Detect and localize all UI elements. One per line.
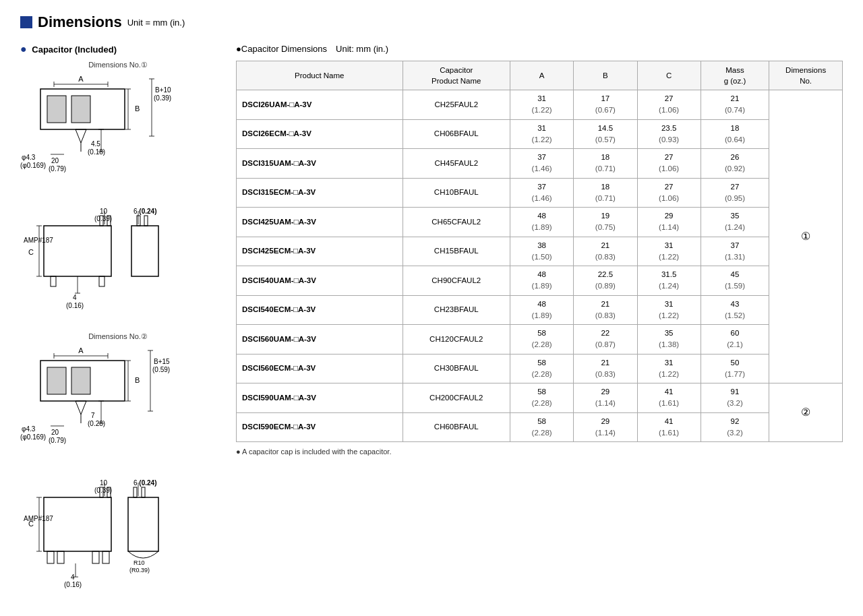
svg-text:(0.18): (0.18) <box>88 148 105 156</box>
svg-rect-44 <box>137 216 140 226</box>
cell-product-name: DSCI560ECM-□A-3V <box>237 354 403 383</box>
svg-text:B: B <box>135 376 140 384</box>
table-header-label: ●Capacitor Dimensions Unit: mm (in.) <box>236 43 843 55</box>
cell-c: 35(1.38) <box>637 325 701 355</box>
cell-mass: 60(2.1) <box>701 325 769 355</box>
col-header-c: C <box>637 61 701 90</box>
cell-mass: 91(3.2) <box>701 383 769 413</box>
cell-c: 41(1.61) <box>637 412 701 442</box>
capacitor-section-title: ● Capacitor (Included) <box>20 43 216 55</box>
svg-rect-84 <box>44 497 111 551</box>
cell-mass: 45(1.59) <box>701 266 769 296</box>
cell-b: 18(0.71) <box>574 149 637 179</box>
cell-product-name: DSCI315ECM-□A-3V <box>237 178 403 208</box>
cell-c: 31(1.22) <box>637 354 701 383</box>
cell-cap-product: CH90CFAUL2 <box>403 266 510 296</box>
cell-c: 27(1.06) <box>637 178 701 208</box>
svg-rect-35 <box>51 276 56 286</box>
table-row: DSCI425UAM-□A-3VCH65CFAUL248(1.89)19(0.7… <box>237 208 843 237</box>
svg-rect-95 <box>128 497 158 551</box>
table-row: DSCI560UAM-□A-3VCH120CFAUL258(2.28)22(0.… <box>237 325 843 355</box>
svg-text:4.5: 4.5 <box>91 140 100 148</box>
bullet-icon: ● <box>20 43 27 55</box>
svg-text:4: 4 <box>71 574 75 581</box>
cell-c: 29(1.14) <box>637 208 701 237</box>
svg-rect-43 <box>131 226 158 276</box>
svg-text:φ4.3: φ4.3 <box>22 154 36 161</box>
svg-text:10: 10 <box>100 208 108 215</box>
svg-text:(0.28): (0.28) <box>88 420 105 427</box>
svg-text:(0.16): (0.16) <box>64 581 82 588</box>
cell-b: 21(0.83) <box>574 295 637 325</box>
amp187-svg1: AMP#187 10 (0.39) 6 (0.24) C <box>20 206 209 317</box>
cell-a: 31(1.22) <box>510 90 574 120</box>
cell-product-name: DSCI425ECM-□A-3V <box>237 237 403 266</box>
svg-text:(0.59): (0.59) <box>152 366 170 373</box>
svg-rect-36 <box>99 276 105 286</box>
diagram1-label: Dimensions No.① <box>20 61 216 69</box>
cell-product-name: DSCI540ECM-□A-3V <box>237 295 403 325</box>
cell-c: 27(1.06) <box>637 149 701 179</box>
cell-a: 37(1.46) <box>510 149 574 179</box>
cell-mass: 27(0.95) <box>701 178 769 208</box>
svg-text:6 (0.24): 6 (0.24) <box>133 479 156 487</box>
svg-rect-87 <box>92 551 99 563</box>
col-header-mass: Massg (oz.) <box>701 61 769 90</box>
cell-cap-product: CH06BFAUL <box>403 119 510 149</box>
main-layout: ● Capacitor (Included) Dimensions No.① A… <box>20 43 843 616</box>
svg-text:A: A <box>78 346 84 355</box>
table-row: DSCI315ECM-□A-3VCH10BFAUL37(1.46)18(0.71… <box>237 178 843 208</box>
cell-mass: 26(0.92) <box>701 149 769 179</box>
svg-text:10: 10 <box>100 479 108 487</box>
col-header-dim-no: DimensionsNo. <box>769 61 843 90</box>
svg-text:7: 7 <box>91 412 95 419</box>
table-row: DSCI26ECM-□A-3VCH06BFAUL31(1.22)14.5(0.5… <box>237 119 843 149</box>
svg-rect-6 <box>71 96 90 123</box>
cell-a: 58(2.28) <box>510 325 574 355</box>
cell-a: 48(1.89) <box>510 266 574 296</box>
amp187-svg2: AMP#187 10 (0.39) 6 (0.24) C <box>20 477 209 605</box>
table-row: DSCI540ECM-□A-3VCH23BFAUL48(1.89)21(0.83… <box>237 295 843 325</box>
svg-rect-99 <box>142 487 145 497</box>
svg-text:C: C <box>28 520 34 528</box>
table-row: DSCI425ECM-□A-3VCH15BFAUL38(1.50)21(0.83… <box>237 237 843 266</box>
cell-b: 19(0.75) <box>574 208 637 237</box>
cell-product-name: DSCI315UAM-□A-3V <box>237 149 403 179</box>
cell-product-name: DSCI560UAM-□A-3V <box>237 325 403 355</box>
cell-a: 48(1.89) <box>510 208 574 237</box>
svg-text:C: C <box>28 248 34 256</box>
cell-b: 17(0.67) <box>574 90 637 120</box>
svg-text:A: A <box>78 75 84 83</box>
cell-cap-product: CH15BFAUL <box>403 237 510 266</box>
cell-a: 38(1.50) <box>510 237 574 266</box>
cell-dim-no: ② <box>769 383 843 442</box>
blue-square-icon <box>20 16 32 28</box>
unit-label: Unit = mm (in.) <box>127 18 185 28</box>
cell-product-name: DSCI590ECM-□A-3V <box>237 412 403 442</box>
svg-text:(0.79): (0.79) <box>49 165 66 173</box>
svg-text:AMP#187: AMP#187 <box>24 237 53 244</box>
col-header-product-name: Product Name <box>237 61 403 90</box>
cell-cap-product: CH200CFAUL2 <box>403 383 510 413</box>
cell-b: 21(0.83) <box>574 237 637 266</box>
svg-text:(0.16): (0.16) <box>66 302 84 309</box>
svg-text:(φ0.169): (φ0.169) <box>20 433 46 441</box>
cell-c: 23.5(0.93) <box>637 119 701 149</box>
cell-mass: 43(1.52) <box>701 295 769 325</box>
cell-a: 58(2.28) <box>510 383 574 413</box>
svg-rect-55 <box>47 367 66 394</box>
cell-a: 48(1.89) <box>510 295 574 325</box>
right-panel: ●Capacitor Dimensions Unit: mm (in.) Pro… <box>236 43 843 456</box>
diagram1-container: Dimensions No.① A B B+10 (0.39) <box>20 61 216 192</box>
svg-text:(0.39): (0.39) <box>154 94 171 102</box>
table-row: DSCI560ECM-□A-3VCH30BFAUL58(2.28)21(0.83… <box>237 354 843 383</box>
cell-dim-no: ① <box>769 90 843 383</box>
svg-text:B+15: B+15 <box>154 358 170 365</box>
svg-rect-86 <box>57 551 64 563</box>
amp187-diagram1: AMP#187 10 (0.39) 6 (0.24) C <box>20 206 216 319</box>
cell-mass: 21(0.74) <box>701 90 769 120</box>
cell-c: 41(1.61) <box>637 383 701 413</box>
cell-b: 22.5(0.89) <box>574 266 637 296</box>
svg-marker-16 <box>76 129 86 143</box>
table-row: DSCI26UAM-□A-3VCH25FAUL231(1.22)17(0.67)… <box>237 90 843 120</box>
